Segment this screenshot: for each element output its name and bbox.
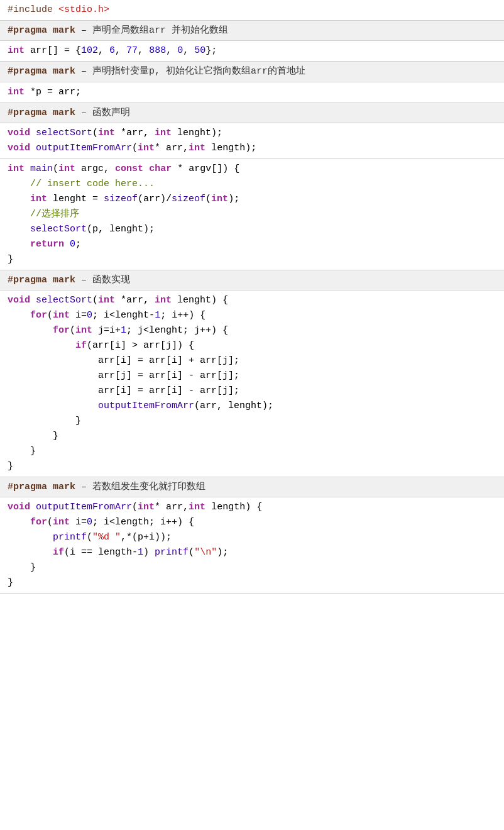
- pragma-arr: #pragma mark – 声明全局数组arr 并初始化数组: [0, 21, 504, 41]
- section-func-impl: #pragma mark – 函数实现 void selectSort(int …: [0, 270, 504, 477]
- code-line: for(int i=0; i<lenght-1; i++) {: [8, 308, 496, 323]
- code-line: }: [8, 575, 496, 590]
- section-ptr-decl: #pragma mark – 声明指针变量p, 初始化让它指向数组arr的首地址…: [0, 62, 504, 102]
- code-line: //选择排序: [8, 207, 496, 222]
- code-line: arr[i] = arr[i] - arr[j];: [8, 384, 496, 399]
- code-line: if(arr[i] > arr[j]) {: [8, 338, 496, 353]
- code-container: #include <stdio.h> #pragma mark – 声明全局数组…: [0, 0, 504, 594]
- code-line: int main(int argc, const char * argv[]) …: [8, 162, 496, 177]
- code-line: for(int j=i+1; j<lenght; j++) {: [8, 323, 496, 338]
- code-line: return 0;: [8, 237, 496, 252]
- code-line: int *p = arr;: [8, 85, 496, 100]
- code-line: void selectSort(int *arr, int lenght);: [8, 126, 496, 141]
- code-line: outputItemFromArr(arr, lenght);: [8, 399, 496, 414]
- code-line: selectSort(p, lenght);: [8, 222, 496, 237]
- code-line: }: [8, 444, 496, 459]
- pragma-func-decl: #pragma mark – 函数声明: [0, 103, 504, 123]
- section-output-impl: #pragma mark – 若数组发生变化就打印数组 void outputI…: [0, 477, 504, 594]
- code-line: }: [8, 252, 496, 267]
- section-func-decl: #pragma mark – 函数声明 void selectSort(int …: [0, 103, 504, 159]
- pragma-func-impl: #pragma mark – 函数实现: [0, 270, 504, 290]
- code-line: for(int i=0; i<length; i++) {: [8, 515, 496, 530]
- code-line: int arr[] = {102, 6, 77, 888, 0, 50};: [8, 43, 496, 58]
- code-line: if(i == length-1) printf("\n");: [8, 545, 496, 560]
- code-line: }: [8, 414, 496, 429]
- pragma-ptr: #pragma mark – 声明指针变量p, 初始化让它指向数组arr的首地址: [0, 62, 504, 82]
- section-arr-decl: #pragma mark – 声明全局数组arr 并初始化数组 int arr[…: [0, 21, 504, 62]
- code-line: void outputItemFromArr(int* arr,int leng…: [8, 500, 496, 515]
- code-line: printf("%d ",*(p+i));: [8, 530, 496, 545]
- code-line: #include <stdio.h>: [8, 3, 496, 18]
- section-main: int main(int argc, const char * argv[]) …: [0, 159, 504, 270]
- code-line: arr[j] = arr[i] - arr[j];: [8, 368, 496, 384]
- code-line: }: [8, 459, 496, 474]
- code-line: arr[i] = arr[i] + arr[j];: [8, 353, 496, 368]
- code-line: // insert code here...: [8, 177, 496, 192]
- code-line: int lenght = sizeof(arr)/sizeof(int);: [8, 192, 496, 207]
- code-line: }: [8, 560, 496, 575]
- code-line: void selectSort(int *arr, int lenght) {: [8, 293, 496, 308]
- section-include: #include <stdio.h>: [0, 0, 504, 21]
- code-line: void outputItemFromArr(int* arr,int leng…: [8, 141, 496, 156]
- code-line: }: [8, 429, 496, 444]
- pragma-output: #pragma mark – 若数组发生变化就打印数组: [0, 477, 504, 497]
